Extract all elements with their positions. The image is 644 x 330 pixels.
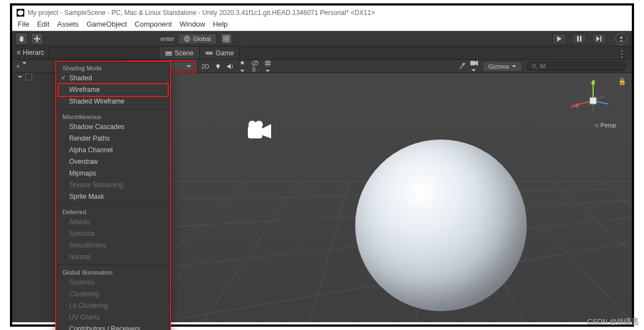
dd-uv-charts: UV Charts	[57, 312, 169, 323]
snap-button[interactable]	[220, 33, 232, 45]
sphere-object[interactable]	[355, 140, 527, 311]
orientation-gizmo[interactable]: y x	[571, 79, 615, 128]
svg-point-19	[216, 64, 220, 68]
svg-marker-24	[475, 60, 478, 66]
svg-rect-51	[590, 97, 596, 104]
dd-render-paths[interactable]: Render Paths	[57, 133, 169, 145]
expand-icon	[18, 76, 22, 78]
dd-alpha-channel[interactable]: Alpha Channel	[57, 145, 169, 156]
dd-shaded-wireframe[interactable]: Shaded Wireframe	[57, 96, 169, 107]
svg-rect-20	[217, 68, 219, 69]
panel-menu-button[interactable]: ⋮	[612, 49, 632, 59]
dd-section-gi: Global Illumination	[57, 267, 169, 277]
menu-component[interactable]: Component	[134, 20, 172, 28]
svg-marker-0	[18, 10, 23, 16]
svg-point-11	[620, 37, 622, 39]
dd-normal: Normal	[57, 251, 169, 263]
svg-rect-15	[170, 52, 171, 53]
dd-sprite-mask[interactable]: Sprite Mask	[57, 191, 169, 203]
chevron-down-icon	[186, 65, 191, 68]
menu-file[interactable]: File	[18, 20, 29, 28]
hidden-toggle[interactable]: 0	[251, 60, 259, 73]
move-tool-button[interactable]	[31, 33, 43, 45]
unity-logo-icon	[17, 9, 24, 17]
tab-scene[interactable]: Scene	[160, 47, 200, 59]
space-toggle[interactable]: Global	[178, 33, 217, 44]
scene-search-input[interactable]: All	[527, 61, 626, 71]
gizmos-dropdown[interactable]: Gizmos	[482, 61, 522, 72]
perspective-label[interactable]: ◁Persp	[594, 122, 616, 128]
svg-rect-7	[577, 36, 579, 42]
dd-overdraw[interactable]: Overdraw	[57, 156, 169, 168]
play-button[interactable]	[552, 33, 567, 44]
svg-rect-4	[224, 39, 226, 42]
step-button[interactable]	[592, 33, 606, 44]
watermark: CSDN @韩曙亮	[587, 317, 638, 327]
main-toolbar: enter Global	[12, 31, 632, 47]
menu-edit[interactable]: Edit	[37, 20, 49, 28]
dd-systems: Systems	[57, 277, 169, 288]
svg-rect-5	[227, 39, 229, 42]
svg-point-25	[532, 64, 536, 68]
svg-line-33	[203, 182, 299, 322]
svg-rect-14	[168, 52, 169, 53]
dd-mipmaps[interactable]: Mipmaps	[57, 168, 169, 179]
menu-help[interactable]: Help	[213, 20, 228, 28]
pivot-label: enter	[160, 35, 174, 42]
svg-rect-10	[600, 36, 601, 42]
dd-smoothness: Smoothness	[57, 240, 169, 251]
svg-rect-2	[224, 36, 226, 38]
game-icon	[205, 50, 213, 56]
globe-icon	[184, 35, 190, 42]
svg-rect-16	[205, 51, 213, 55]
panel-tabs-row: ≡Hierarc Scene Game ⋮	[12, 47, 632, 60]
lighting-toggle[interactable]	[215, 63, 221, 70]
dd-lit-clustering: Lit Clustering	[57, 300, 169, 312]
svg-rect-3	[227, 36, 229, 38]
menu-bar: File Edit Assets GameObject Component Wi…	[12, 20, 632, 31]
svg-marker-45	[591, 80, 595, 84]
dd-shadow-cascades[interactable]: Shadow Cascades	[57, 121, 169, 133]
menu-assets[interactable]: Assets	[57, 20, 79, 28]
menu-gameobject[interactable]: GameObject	[86, 20, 127, 28]
svg-rect-23	[470, 61, 475, 65]
pause-button[interactable]	[572, 33, 586, 44]
dd-shaded[interactable]: Shaded	[57, 73, 169, 84]
tools-icon[interactable]	[459, 63, 466, 70]
tab-game[interactable]: Game	[200, 47, 240, 59]
svg-line-38	[553, 182, 632, 252]
dd-clustering: Clustering	[57, 288, 169, 300]
svg-point-42	[255, 121, 263, 128]
svg-point-18	[210, 53, 211, 54]
window-title: My project - SampleScene - PC, Mac & Lin…	[28, 9, 375, 17]
dd-section-shading: Shading Mode	[57, 63, 169, 73]
svg-line-39	[604, 182, 632, 208]
dd-contributors[interactable]: Contributors / Receivers	[57, 323, 169, 330]
toggle-2d[interactable]: 2D	[201, 63, 209, 70]
svg-marker-6	[557, 36, 562, 42]
fx-toggle[interactable]	[239, 60, 246, 73]
svg-point-41	[248, 121, 256, 128]
svg-point-17	[207, 53, 208, 54]
lock-icon[interactable]: 🔒	[618, 78, 626, 85]
menu-window[interactable]: Window	[180, 20, 205, 28]
audio-toggle[interactable]	[227, 63, 233, 70]
hand-tool-button[interactable]	[15, 33, 28, 45]
draw-mode-menu: Shading Mode Shaded Wireframe Shaded Wir…	[56, 62, 170, 330]
svg-rect-13	[167, 52, 168, 53]
dd-specular: Specular	[57, 228, 169, 240]
camera-icon-btn[interactable]	[470, 60, 478, 73]
hierarchy-add-button[interactable]: ＋	[12, 62, 29, 70]
svg-marker-9	[596, 36, 600, 42]
svg-line-26	[536, 68, 537, 69]
account-button[interactable]	[615, 33, 627, 45]
grid-toggle[interactable]	[264, 60, 271, 73]
svg-rect-8	[580, 36, 581, 42]
camera-gizmo-icon[interactable]	[245, 120, 272, 141]
dd-wireframe[interactable]: Wireframe	[59, 84, 168, 96]
dd-albedo: Albedo	[57, 216, 169, 228]
hierarchy-tab[interactable]: ≡Hierarc	[12, 46, 49, 59]
scene-icon	[165, 50, 172, 56]
window-frame: My project - SampleScene - PC, Mac & Lin…	[10, 3, 634, 327]
svg-marker-21	[227, 64, 231, 69]
